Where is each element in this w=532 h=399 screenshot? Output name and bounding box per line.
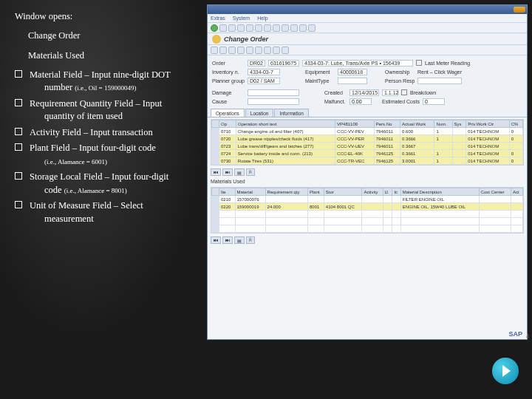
mat-copy-btn[interactable]: ⎘ bbox=[246, 236, 255, 244]
operations-grid-area: OpOperation short textVP481100Pers.NoAct… bbox=[211, 119, 524, 166]
first-btn[interactable]: ⏮ bbox=[211, 168, 221, 176]
tab-information[interactable]: Information bbox=[274, 109, 309, 117]
first-page-icon[interactable] bbox=[273, 24, 280, 32]
materials-used-label: Materials Used bbox=[208, 177, 527, 185]
save-icon[interactable] bbox=[219, 24, 227, 32]
help-icon[interactable] bbox=[308, 24, 316, 32]
app-btn-8[interactable] bbox=[273, 47, 280, 54]
ownership-value: Rent – Click Wager bbox=[417, 69, 462, 75]
prev-page-icon[interactable] bbox=[282, 24, 289, 32]
select-all-btn[interactable]: ▤ bbox=[234, 168, 245, 176]
person-resp-label: Person Resp bbox=[385, 78, 415, 83]
next-slide-button[interactable] bbox=[492, 358, 519, 384]
ownership-label: Ownership bbox=[385, 69, 415, 75]
change-order-subtitle: Change Order bbox=[28, 30, 201, 43]
checkbox-icon bbox=[15, 201, 22, 208]
damage-field[interactable] bbox=[248, 89, 299, 96]
field-list: Material Field – Input nine-digit DOTnum… bbox=[15, 69, 201, 226]
damage-label: Damage bbox=[212, 90, 245, 95]
enter-icon[interactable] bbox=[211, 24, 218, 32]
arrow-right-icon bbox=[502, 365, 511, 377]
window-titlebar bbox=[208, 5, 527, 14]
checkbox-icon bbox=[15, 128, 22, 135]
est-costs-label: Estimated Costs bbox=[382, 99, 420, 104]
copy-btn[interactable]: ⎘ bbox=[246, 168, 255, 176]
tab-location[interactable]: Location bbox=[245, 109, 274, 117]
inventory-field[interactable]: 4334-03-7 bbox=[248, 69, 280, 75]
checkbox-icon bbox=[15, 70, 22, 78]
person-resp-field[interactable] bbox=[417, 78, 462, 84]
operations-grid[interactable]: OpOperation short textVP481100Pers.NoAct… bbox=[211, 120, 523, 165]
menubar: Extras System Help bbox=[208, 14, 527, 23]
last-page-icon[interactable] bbox=[299, 24, 307, 32]
equipment-label: Equipment bbox=[305, 69, 335, 75]
app-btn-7[interactable] bbox=[264, 47, 271, 54]
planner-group-label: Planner group bbox=[212, 78, 245, 83]
materials-button-row: ⏮ ⏭ ▤ ⎘ bbox=[208, 235, 527, 245]
checkbox-icon bbox=[15, 99, 22, 106]
checkbox-icon bbox=[15, 172, 22, 180]
last-btn[interactable]: ⏭ bbox=[222, 168, 233, 176]
est-costs-field[interactable]: 0 bbox=[423, 98, 445, 105]
created-label: Created bbox=[324, 90, 347, 95]
back-icon[interactable] bbox=[228, 24, 236, 32]
slide-number: 4 bbox=[526, 333, 529, 340]
window-opens-label: Window opens: bbox=[15, 10, 201, 24]
mainttype-field[interactable] bbox=[338, 78, 367, 84]
sap-logo-icon bbox=[212, 35, 221, 44]
screen-title-row: Change Order bbox=[208, 33, 527, 45]
field-item: Activity Field – Input transaction bbox=[15, 126, 201, 140]
field-item: Material Field – Input nine-digit DOTnum… bbox=[15, 69, 201, 95]
inventory-label: Inventory n. bbox=[212, 69, 245, 75]
menu-extras[interactable]: Extras bbox=[211, 16, 225, 21]
sap-change-order-window: Extras System Help Change Order Order bbox=[207, 4, 528, 340]
created-date[interactable]: 12/14/2015 bbox=[349, 89, 379, 96]
screen-title: Change Order bbox=[224, 35, 268, 43]
last-meter-checkbox[interactable] bbox=[416, 60, 422, 66]
grid-button-row: ⏮ ⏭ ▤ ⎘ bbox=[208, 167, 527, 177]
order-number-field[interactable]: 631619675 bbox=[268, 60, 299, 66]
print-icon[interactable] bbox=[255, 24, 262, 32]
mat-select-all-btn[interactable]: ▤ bbox=[234, 236, 245, 244]
menu-help[interactable]: Help bbox=[257, 16, 267, 21]
instruction-panel: Window opens: Change Order Materials Use… bbox=[0, 0, 207, 340]
app-btn-2[interactable] bbox=[219, 47, 227, 54]
app-btn-5[interactable] bbox=[246, 47, 253, 54]
materials-used-section: Materials Used bbox=[28, 50, 201, 63]
exit-icon[interactable] bbox=[237, 24, 245, 32]
tab-operations[interactable]: Operations bbox=[211, 109, 245, 117]
app-btn-3[interactable] bbox=[228, 47, 236, 54]
field-item: Plant Field – Input four-digit code(i.e.… bbox=[15, 142, 201, 168]
standard-toolbar bbox=[208, 23, 527, 33]
field-item: Requirement Quantity Field – Inputquanti… bbox=[15, 98, 201, 123]
order-desc-field[interactable]: 4334-03-7: Lube, Trans/Axle PS • 156439 bbox=[302, 60, 413, 66]
order-type-field[interactable]: DR02 bbox=[248, 60, 265, 66]
menu-system[interactable]: System bbox=[233, 16, 250, 21]
mat-first-btn[interactable]: ⏮ bbox=[211, 236, 221, 244]
next-page-icon[interactable] bbox=[290, 24, 298, 32]
app-btn-6[interactable] bbox=[255, 47, 262, 54]
breakdown-label: Breakdown bbox=[410, 90, 436, 95]
app-toolbar bbox=[208, 45, 527, 55]
mainttype-label: MaintType bbox=[305, 78, 335, 83]
breakdown-checkbox[interactable] bbox=[401, 89, 407, 95]
window-control-button[interactable] bbox=[514, 7, 525, 13]
cause-field[interactable] bbox=[248, 98, 299, 105]
find-icon[interactable] bbox=[264, 24, 271, 32]
created-time[interactable]: 1.1.12 bbox=[382, 89, 398, 96]
order-label: Order bbox=[212, 61, 245, 66]
materials-grid[interactable]: IteMaterialRequirement qtyPlantStorActiv… bbox=[211, 188, 523, 233]
cancel-icon[interactable] bbox=[246, 24, 253, 32]
sap-brand-logo: SAP bbox=[508, 330, 522, 338]
field-item: Unit of Measure Field – Selectmeasuremen… bbox=[15, 200, 201, 225]
mat-last-btn[interactable]: ⏭ bbox=[222, 236, 233, 244]
equipment-field[interactable]: 40000618 bbox=[338, 69, 367, 75]
app-btn-1[interactable] bbox=[211, 47, 218, 54]
malfunct-field[interactable]: 0.00 bbox=[349, 98, 372, 105]
app-btn-4[interactable] bbox=[237, 47, 245, 54]
malfunct-label: Malfunct. bbox=[324, 99, 347, 104]
app-btn-9[interactable] bbox=[282, 47, 289, 54]
planner-group-field[interactable]: D02 / SAM bbox=[248, 78, 280, 84]
tabstrip: Operations Location Information bbox=[208, 109, 527, 117]
checkbox-icon bbox=[15, 143, 22, 151]
